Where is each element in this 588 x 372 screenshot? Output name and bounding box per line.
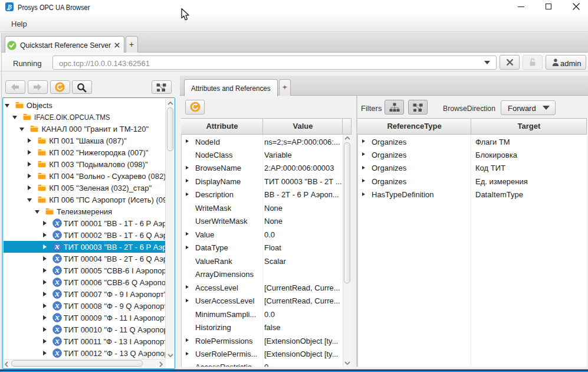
svg-text:x: x [54, 313, 60, 322]
svg-text:x: x [54, 301, 60, 310]
svg-text:x: x [54, 266, 60, 275]
svg-text:x: x [54, 254, 60, 263]
svg-text:x: x [54, 242, 60, 251]
svg-text:x: x [54, 278, 60, 286]
svg-text:x: x [54, 230, 60, 239]
svg-text:x: x [54, 218, 60, 227]
svg-text:B: B [7, 3, 12, 10]
svg-text:x: x [54, 337, 60, 345]
svg-text:x: x [54, 289, 60, 298]
svg-text:x: x [54, 325, 60, 334]
svg-text:x: x [54, 348, 60, 357]
